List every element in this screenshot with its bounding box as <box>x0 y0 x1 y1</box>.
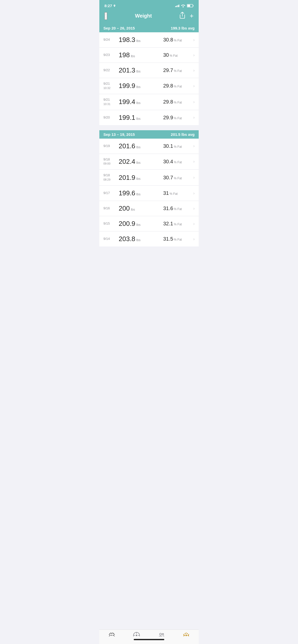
page-title: Weight <box>135 13 152 19</box>
entry-weight: 203.8lbs <box>119 235 163 243</box>
entry-fat: 31% Fat <box>163 190 191 196</box>
entry-date: 9/1809:00 <box>103 157 119 166</box>
chevron-right-icon: › <box>193 115 195 120</box>
table-row[interactable]: 9/22 201.3lbs 29.7% Fat › <box>99 63 199 78</box>
location-icon <box>113 4 116 7</box>
entry-weight: 200.9lbs <box>119 220 163 228</box>
table-row[interactable]: 9/14 203.8lbs 31.5% Fat › <box>99 231 199 246</box>
entry-fat: 30.4% Fat <box>163 159 191 165</box>
table-row[interactable]: 9/15 200.9lbs 32.1% Fat › <box>99 216 199 231</box>
chevron-right-icon: › <box>193 206 195 211</box>
week-label-2: Sep 13 – 19, 2015 <box>103 132 135 137</box>
entry-fat: 31.6% Fat <box>163 206 191 211</box>
entry-weight: 199.6lbs <box>119 189 163 197</box>
table-row[interactable]: 9/19 201.6lbs 30.1% Fat › <box>99 139 199 154</box>
entry-weight: 198lbs <box>119 51 163 59</box>
bottom-spacer <box>99 246 199 254</box>
nav-bar: ‹ Weight + <box>99 10 199 24</box>
chevron-right-icon: › <box>193 68 195 73</box>
entry-weight: 199.9lbs <box>119 82 163 90</box>
entry-date: 9/2110:31 <box>103 98 119 106</box>
entry-date: 9/19 <box>103 144 119 148</box>
battery-icon <box>187 4 194 7</box>
entry-weight: 199.4lbs <box>119 98 163 106</box>
wifi-icon <box>181 4 185 8</box>
table-row[interactable]: 9/17 199.6lbs 31% Fat › <box>99 186 199 201</box>
svg-rect-1 <box>193 5 194 6</box>
table-row[interactable]: 9/20 199.1lbs 29.9% Fat › <box>99 110 199 125</box>
signal-icon <box>175 5 180 7</box>
entry-date: 9/15 <box>103 222 119 226</box>
entry-fat: 32.1% Fat <box>163 221 191 227</box>
add-button[interactable]: + <box>190 12 194 20</box>
chevron-right-icon: › <box>193 53 195 57</box>
week-header-1: Sep 20 – 26, 2015 199.3 lbs avg <box>99 24 199 32</box>
table-row[interactable]: 9/23 198lbs 30% Fat › <box>99 48 199 63</box>
entry-date: 9/17 <box>103 191 119 195</box>
entry-date: 9/23 <box>103 53 119 57</box>
entry-weight: 201.6lbs <box>119 142 163 150</box>
week-avg-1: 199.3 lbs avg <box>171 26 195 30</box>
table-row[interactable]: 9/2110:31 199.4lbs 29.8% Fat › <box>99 94 199 110</box>
section-gap <box>99 125 199 130</box>
entry-date: 9/22 <box>103 68 119 72</box>
entry-date: 9/2110:32 <box>103 82 119 90</box>
table-row[interactable]: 9/16 200lbs 31.6% Fat › <box>99 201 199 216</box>
chevron-right-icon: › <box>193 175 195 180</box>
table-row[interactable]: 9/2110:32 199.9lbs 29.8% Fat › <box>99 78 199 94</box>
entry-fat: 29.8% Fat <box>163 99 191 105</box>
status-icons <box>175 4 194 8</box>
entry-date: 9/14 <box>103 237 119 241</box>
chevron-right-icon: › <box>193 237 195 241</box>
entry-fat: 30.7% Fat <box>163 175 191 181</box>
entry-weight: 201.3lbs <box>119 66 163 74</box>
entry-fat: 30.8% Fat <box>163 37 191 43</box>
table-row[interactable]: 9/1809:00 202.4lbs 30.4% Fat › <box>99 154 199 170</box>
entry-date: 9/20 <box>103 115 119 120</box>
status-time: 8:27 <box>104 4 116 8</box>
entry-fat: 30% Fat <box>163 52 191 58</box>
entry-fat: 30.1% Fat <box>163 143 191 149</box>
week-header-2: Sep 13 – 19, 2015 201.5 lbs avg <box>99 130 199 139</box>
entries-list-1: 9/24 198.3lbs 30.8% Fat › 9/23 198lbs 30… <box>99 32 199 125</box>
share-button[interactable] <box>180 12 185 20</box>
chevron-right-icon: › <box>193 222 195 226</box>
entry-fat: 31.5% Fat <box>163 236 191 242</box>
table-row[interactable]: 9/24 198.3lbs 30.8% Fat › <box>99 32 199 48</box>
entry-weight: 199.1lbs <box>119 114 163 122</box>
entry-fat: 29.8% Fat <box>163 83 191 89</box>
chevron-right-icon: › <box>193 191 195 196</box>
chevron-right-icon: › <box>193 84 195 88</box>
chevron-right-icon: › <box>193 38 195 42</box>
entry-weight: 198.3lbs <box>119 36 163 44</box>
entries-list-2: 9/19 201.6lbs 30.1% Fat › 9/1809:00 202.… <box>99 139 199 247</box>
entry-fat: 29.9% Fat <box>163 115 191 121</box>
entry-date: 9/1808:29 <box>103 173 119 182</box>
scroll-area: Sep 20 – 26, 2015 199.3 lbs avg 9/24 198… <box>99 24 199 280</box>
chevron-right-icon: › <box>193 100 195 104</box>
entry-date: 9/24 <box>103 38 119 42</box>
entry-date: 9/16 <box>103 206 119 211</box>
entry-weight: 201.9lbs <box>119 174 163 182</box>
entry-weight: 202.4lbs <box>119 158 163 166</box>
share-icon <box>180 12 185 19</box>
svg-rect-2 <box>187 5 190 7</box>
entry-weight: 200lbs <box>119 204 163 212</box>
chevron-right-icon: › <box>193 159 195 164</box>
week-label-1: Sep 20 – 26, 2015 <box>103 26 135 30</box>
back-button[interactable]: ‹ <box>104 12 107 20</box>
week-avg-2: 201.5 lbs avg <box>171 132 195 137</box>
nav-actions: + <box>180 12 194 20</box>
entry-fat: 29.7% Fat <box>163 67 191 73</box>
time-display: 8:27 <box>104 4 112 8</box>
table-row[interactable]: 9/1808:29 201.9lbs 30.7% Fat › <box>99 170 199 186</box>
chevron-right-icon: › <box>193 144 195 148</box>
status-bar: 8:27 <box>99 0 199 10</box>
